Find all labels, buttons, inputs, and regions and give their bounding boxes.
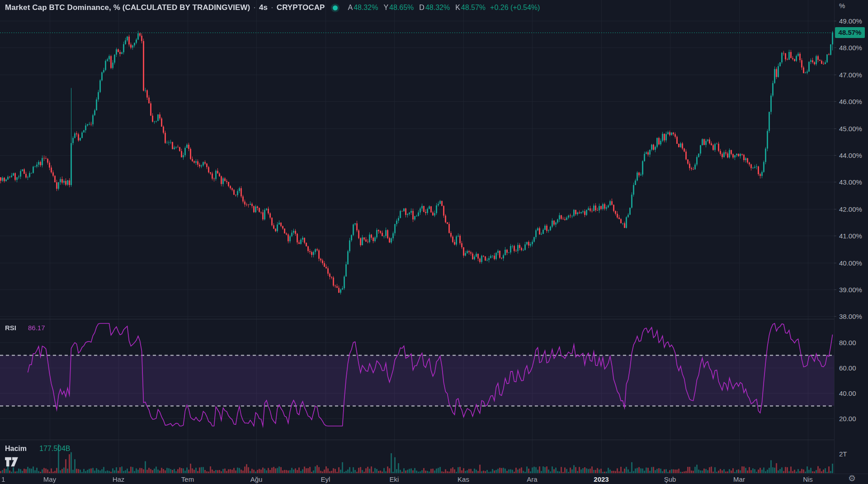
axis-tickmark	[834, 75, 836, 75]
time-label-month: Eyl	[321, 475, 330, 483]
tradingview-logo-icon[interactable]	[4, 456, 19, 470]
time-label-month: Haz	[113, 475, 125, 483]
price-axis-unit: %	[839, 2, 845, 9]
price-axis[interactable]: % 49.00%48.00%47.00%46.00%45.00%44.00%43…	[834, 0, 868, 474]
axis-tickmark	[834, 263, 836, 263]
ohlc-item: D48.32%	[419, 4, 450, 12]
axis-tickmark	[834, 182, 836, 182]
price-tick-label: 38.00%	[839, 313, 862, 320]
price-tick-label: 40.00%	[839, 259, 862, 266]
price-tick-label: 46.00%	[839, 98, 862, 105]
time-label-month: Eki	[390, 475, 399, 483]
interval-label[interactable]: 4s	[259, 3, 268, 12]
volume-value: 177.504B	[39, 445, 71, 453]
rsi-legend: RSI 86.17	[5, 324, 45, 332]
symbol-legend: Market Cap BTC Dominance, % (CALCULATED …	[5, 3, 540, 12]
chart-canvas[interactable]	[0, 0, 834, 474]
price-tick-label: 42.00%	[839, 205, 862, 213]
volume-tick-label: 2T	[839, 450, 847, 458]
settings-gear-icon[interactable]: ⚙	[848, 473, 856, 484]
legend-separator: ·	[253, 3, 256, 12]
time-label-month: Tem	[181, 475, 194, 483]
tradingview-chart-window: Market Cap BTC Dominance, % (CALCULATED …	[0, 0, 868, 484]
price-tick-label: 44.00%	[839, 152, 862, 159]
rsi-tick-label: 60.00	[839, 364, 856, 372]
time-label-month: Nis	[803, 475, 813, 483]
time-label-year: 2023	[594, 475, 609, 483]
price-tick-label: 47.00%	[839, 71, 862, 78]
price-change: +0.26 (+0.54%)	[490, 4, 540, 12]
axis-tickmark	[834, 236, 836, 236]
time-label-month: Ağu	[250, 475, 263, 483]
rsi-label[interactable]: RSI	[5, 324, 16, 332]
axis-tickmark	[834, 155, 836, 156]
ohlc-values: A48.32%Y48.65%D48.32%K48.57%	[348, 4, 486, 12]
volume-legend: Hacim 177.504B	[5, 445, 71, 453]
time-axis[interactable]: 1MayHazTemAğuEylEkiKasAra2023ŞubMarNis	[0, 474, 868, 484]
market-status-dot-icon[interactable]	[333, 5, 338, 10]
price-tick-label: 43.00%	[839, 178, 862, 186]
rsi-tick-label: 80.00	[839, 339, 856, 346]
price-tick-label: 45.00%	[839, 124, 862, 132]
time-label-month: May	[43, 475, 56, 483]
symbol-title[interactable]: Market Cap BTC Dominance, % (CALCULATED …	[5, 3, 250, 12]
last-price-label[interactable]: 48.57%	[835, 27, 865, 38]
rsi-tick-label: 20.00	[839, 415, 856, 422]
axis-tickmark	[834, 289, 836, 290]
time-label-month: Kas	[458, 475, 469, 483]
axis-tickmark	[834, 101, 836, 102]
price-tick-label: 41.00%	[839, 232, 862, 240]
axis-tickmark	[834, 128, 836, 129]
axis-tickmark	[834, 47, 836, 48]
price-tick-label: 49.00%	[839, 17, 862, 25]
rsi-value: 86.17	[28, 324, 45, 332]
volume-label[interactable]: Hacim	[5, 445, 27, 453]
time-label-month: Mar	[733, 475, 745, 483]
axis-tickmark	[834, 21, 836, 21]
price-tick-label: 39.00%	[839, 286, 862, 294]
legend-separator: ·	[271, 3, 274, 12]
time-label-month: 1	[1, 475, 5, 483]
price-tick-label: 48.00%	[839, 44, 862, 52]
ohlc-item: Y48.65%	[383, 4, 414, 12]
axis-tickmark	[834, 316, 836, 317]
axis-tickmark	[834, 209, 836, 209]
time-label-month: Ara	[527, 475, 537, 483]
ohlc-item: A48.32%	[348, 4, 378, 12]
ohlc-item: K48.57%	[455, 4, 486, 12]
time-label-month: Şub	[664, 475, 676, 483]
exchange-label: CRYPTOCAP	[277, 3, 325, 12]
rsi-tick-label: 40.00	[839, 389, 856, 397]
